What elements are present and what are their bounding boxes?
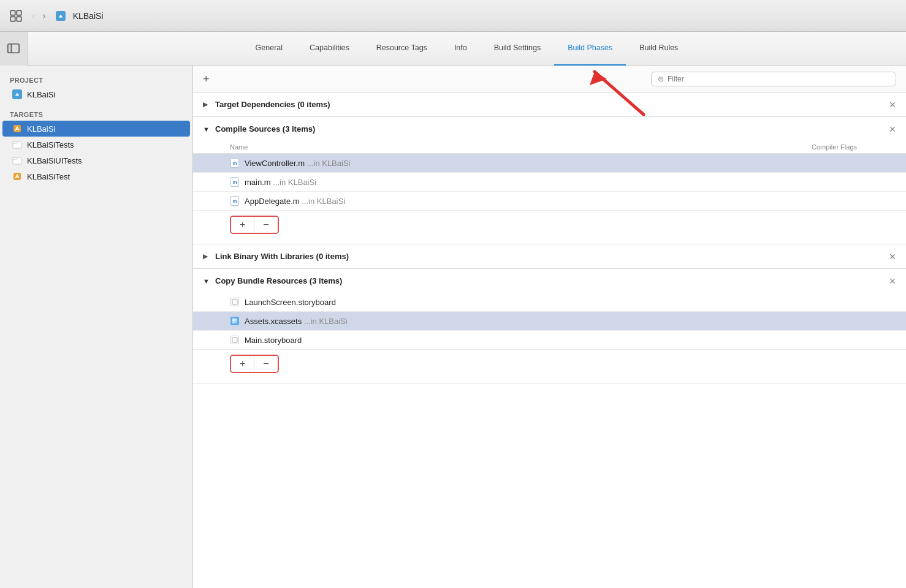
- section-title-compile-sources: Compile Sources (3 items): [215, 124, 315, 134]
- section-close-copy-bundle[interactable]: ✕: [889, 277, 896, 285]
- section-header-compile-sources[interactable]: ▼ Compile Sources (3 items) ✕: [193, 117, 906, 141]
- section-target-dependencies: ▶ Target Dependencies (0 items) ✕: [193, 92, 906, 117]
- svg-rect-16: [232, 318, 235, 321]
- svg-rect-15: [232, 300, 237, 304]
- svg-rect-12: [13, 157, 17, 159]
- tab-build-settings[interactable]: Build Settings: [481, 32, 554, 66]
- table-header-row: Name Compiler Flags: [193, 141, 906, 154]
- svg-rect-1: [17, 10, 21, 15]
- section-close-compile-sources[interactable]: ✕: [889, 125, 896, 134]
- section-close-link-binary[interactable]: ✕: [889, 252, 896, 261]
- copy-bundle-add-remove: + −: [193, 350, 906, 378]
- chevron-down-icon-2: ▼: [203, 277, 210, 285]
- filter-icon: ⊜: [658, 75, 664, 83]
- compile-sources-table: Name Compiler Flags m ViewController.m .…: [193, 141, 906, 244]
- section-header-target-dependencies[interactable]: ▶ Target Dependencies (0 items) ✕: [193, 92, 906, 116]
- svg-rect-5: [8, 44, 19, 53]
- storyboard-icon-2: [230, 335, 240, 345]
- table-row[interactable]: Assets.xcassets ...in KLBaiSi: [193, 312, 906, 331]
- svg-rect-13: [13, 173, 21, 180]
- sidebar-item-klbaisi-uitests[interactable]: KLBaiSiUITests: [2, 153, 190, 168]
- col-name-header: Name: [230, 143, 747, 151]
- svg-rect-2: [10, 17, 15, 21]
- sidebar: PROJECT KLBaiSi TARGETS KLBaiS: [0, 66, 193, 588]
- remove-compile-source-button[interactable]: −: [254, 217, 277, 233]
- table-row[interactable]: Main.storyboard: [193, 331, 906, 350]
- sidebar-toggle-button[interactable]: [0, 32, 28, 66]
- row-name: Assets.xcassets ...in KLBaiSi: [245, 317, 869, 326]
- content-inner: ▶ Target Dependencies (0 items) ✕ ▼ Comp…: [193, 92, 906, 588]
- table-row[interactable]: m AppDelegate.m ...in KLBaiSi: [193, 192, 906, 211]
- assets-icon: [230, 316, 240, 326]
- row-name: Main.storyboard: [245, 336, 869, 345]
- chevron-right-icon-2: ▶: [203, 252, 210, 260]
- svg-rect-4: [59, 16, 61, 17]
- svg-rect-17: [235, 318, 237, 321]
- sidebar-item-project[interactable]: KLBaiSi: [2, 86, 190, 102]
- test-folder-icon: [12, 140, 22, 149]
- row-name: AppDelegate.m ...in KLBaiSi: [245, 197, 869, 206]
- section-compile-sources: ▼ Compile Sources (3 items) ✕ Name Compi…: [193, 117, 906, 244]
- section-close-target-dependencies[interactable]: ✕: [889, 100, 896, 109]
- svg-rect-10: [13, 141, 17, 143]
- svg-rect-3: [17, 17, 21, 21]
- row-name: LaunchScreen.storyboard: [245, 298, 869, 307]
- tab-list: General Capabilities Resource Tags Info …: [28, 32, 906, 66]
- grid-icon: [10, 10, 22, 22]
- table-row[interactable]: m ViewController.m ...in KLBaiSi: [193, 154, 906, 173]
- sidebar-item-klbaisi[interactable]: KLBaiSi: [2, 121, 190, 137]
- tab-info[interactable]: Info: [441, 32, 481, 66]
- svg-rect-20: [232, 337, 237, 342]
- back-button[interactable]: ‹: [29, 9, 37, 23]
- sidebar-target-test-label: KLBaiSiTest: [27, 172, 70, 181]
- sidebar-target-tests-label: KLBaiSiTests: [27, 140, 74, 149]
- sidebar-target-klbaisi-label: KLBaiSi: [27, 124, 55, 134]
- targets-section-label: TARGETS: [0, 107, 192, 121]
- tab-resource-tags[interactable]: Resource Tags: [363, 32, 441, 66]
- add-phase-button[interactable]: +: [203, 74, 210, 85]
- row-name: main.m ...in KLBaiSi: [245, 178, 869, 187]
- storyboard-icon: [230, 297, 240, 307]
- section-title-link-binary: Link Binary With Libraries (0 items): [215, 252, 349, 261]
- section-header-link-binary[interactable]: ▶ Link Binary With Libraries (0 items) ✕: [193, 244, 906, 268]
- table-row[interactable]: LaunchScreen.storyboard: [193, 293, 906, 312]
- svg-rect-18: [232, 321, 235, 323]
- svg-rect-0: [10, 10, 15, 15]
- copy-bundle-table: LaunchScreen.storyboard: [193, 293, 906, 383]
- row-name: ViewController.m ...in KLBaiSi: [245, 159, 869, 168]
- section-title-copy-bundle: Copy Bundle Resources (3 items): [215, 276, 342, 285]
- nav-buttons: ‹ ›: [29, 9, 48, 23]
- col-flags-header: Compiler Flags: [747, 143, 869, 151]
- sidebar-item-klbaisi-test[interactable]: KLBaiSiTest: [2, 168, 190, 184]
- sidebar-item-klbaisi-tests[interactable]: KLBaiSiTests: [2, 137, 190, 153]
- target-app-icon: [12, 124, 22, 134]
- chevron-down-icon: ▼: [203, 126, 210, 133]
- target-app2-icon: [12, 172, 22, 181]
- section-link-binary: ▶ Link Binary With Libraries (0 items) ✕: [193, 244, 906, 269]
- table-row[interactable]: m main.m ...in KLBaiSi: [193, 173, 906, 192]
- filter-box[interactable]: ⊜: [651, 72, 896, 86]
- filter-input[interactable]: [668, 75, 889, 83]
- chevron-right-icon: ▶: [203, 100, 210, 108]
- m-file-icon: m: [230, 158, 240, 168]
- svg-rect-19: [235, 321, 237, 323]
- tab-capabilities[interactable]: Capabilities: [296, 32, 363, 66]
- content-toolbar: + ⊜: [193, 66, 906, 92]
- project-icon: [56, 11, 66, 21]
- add-bundle-resource-button[interactable]: +: [231, 356, 254, 372]
- m-file-icon: m: [230, 196, 240, 206]
- compile-sources-add-remove: + −: [193, 211, 906, 239]
- remove-bundle-resource-button[interactable]: −: [254, 356, 277, 372]
- project-section-label: PROJECT: [0, 73, 192, 86]
- tab-build-rules[interactable]: Build Rules: [626, 32, 691, 66]
- add-compile-source-button[interactable]: +: [231, 217, 254, 233]
- svg-rect-7: [13, 125, 21, 132]
- main-layout: PROJECT KLBaiSi TARGETS KLBaiS: [0, 66, 906, 588]
- tab-build-phases[interactable]: Build Phases: [554, 32, 626, 66]
- section-header-copy-bundle[interactable]: ▼ Copy Bundle Resources (3 items) ✕: [193, 269, 906, 293]
- section-copy-bundle: ▼ Copy Bundle Resources (3 items) ✕: [193, 269, 906, 383]
- window-title: KLBaiSi: [73, 11, 104, 21]
- tab-general[interactable]: General: [242, 32, 296, 66]
- titlebar: ‹ › KLBaiSi: [0, 0, 906, 32]
- forward-button[interactable]: ›: [40, 9, 48, 23]
